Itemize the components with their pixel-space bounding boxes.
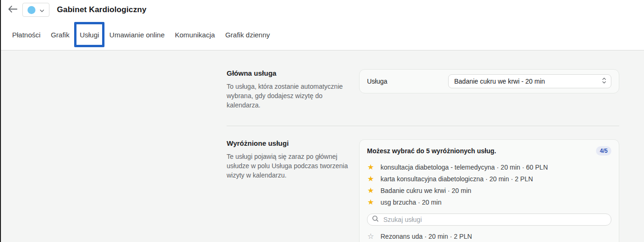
featured-service-item: konsultacja diabetologa - telemedycyna ·…	[367, 161, 611, 173]
main-service-card: Usługa Badanie cukru we krwi - 20 min	[359, 69, 619, 93]
featured-service-label: karta konsultacyjna diabetologiczna · 20…	[381, 175, 533, 183]
star-filled-icon[interactable]	[367, 199, 374, 206]
main-service-select-value: Badanie cukru we krwi - 20 min	[454, 78, 545, 85]
tab-platnosci[interactable]: Płatności	[12, 30, 41, 40]
available-service-item: Rezonans uda · 20 min · 2 PLN	[367, 230, 611, 242]
arrow-left-icon	[8, 6, 17, 14]
featured-service-label: usg brzucha · 20 min	[381, 199, 442, 206]
featured-service-label: Badanie cukru we krwi · 20 min	[381, 187, 471, 194]
featured-services-description: Te usługi pojawią się zaraz po głównej u…	[227, 152, 349, 180]
featured-service-item: karta konsultacyjna diabetologiczna · 20…	[367, 173, 611, 185]
tab-grafik-dzienny[interactable]: Grafik dzienny	[225, 30, 270, 40]
star-filled-icon[interactable]	[367, 164, 374, 171]
section-divider	[227, 126, 619, 126]
tab-uslugi[interactable]: Usługi	[79, 30, 100, 40]
search-icon	[372, 215, 379, 224]
main-service-description: To usługa, która zostanie automatycznie …	[227, 82, 349, 110]
featured-service-item: usg brzucha · 20 min	[367, 196, 611, 208]
chevron-down-icon	[40, 6, 44, 14]
tab-bar: Płatności Grafik Usługi Umawianie online…	[1, 20, 644, 50]
featured-count-badge: 4/5	[596, 146, 611, 156]
service-search-input[interactable]	[382, 215, 606, 224]
back-button[interactable]	[7, 4, 19, 16]
tab-komunikacja[interactable]: Komunikacja	[174, 30, 215, 40]
featured-services-card: Możesz wybrać do 5 wyróżnionych usług. 4…	[359, 139, 619, 242]
main-service-description-block: Główna usługa To usługa, która zostanie …	[227, 69, 349, 110]
page-title: Gabinet Kardiologiczny	[57, 5, 146, 14]
tab-uslugi-label: Usługi	[80, 31, 99, 39]
header: Gabinet Kardiologiczny Płatności Grafik …	[1, 0, 644, 50]
select-stepper-icon	[602, 78, 606, 85]
star-filled-icon[interactable]	[367, 175, 374, 183]
featured-service-item: Badanie cukru we krwi · 20 min	[367, 185, 611, 196]
featured-services-heading: Wyróżnione usługi	[227, 139, 349, 147]
featured-services-description-block: Wyróżnione usługi Te usługi pojawią się …	[227, 139, 349, 180]
app-window: Gabinet Kardiologiczny Płatności Grafik …	[0, 0, 644, 242]
main-service-heading: Główna usługa	[227, 69, 349, 77]
practice-avatar-dropdown[interactable]	[22, 3, 49, 17]
star-filled-icon[interactable]	[367, 187, 374, 194]
featured-limit-text: Możesz wybrać do 5 wyróżnionych usług.	[367, 147, 496, 155]
featured-services-section: Wyróżnione usługi Te usługi pojawią się …	[227, 139, 644, 242]
main-service-section: Główna usługa To usługa, która zostanie …	[227, 69, 644, 110]
avatar	[28, 6, 35, 14]
star-outline-icon[interactable]	[367, 233, 374, 240]
tab-umawianie-online[interactable]: Umawianie online	[109, 30, 165, 40]
main-service-select[interactable]: Badanie cukru we krwi - 20 min	[448, 74, 611, 88]
service-field-label: Usługa	[367, 78, 388, 85]
tab-grafik[interactable]: Grafik	[50, 30, 70, 40]
available-service-label: Rezonans uda · 20 min · 2 PLN	[381, 233, 472, 240]
featured-service-label: konsultacja diabetologa - telemedycyna ·…	[381, 164, 548, 171]
service-search-box	[367, 214, 611, 226]
services-settings-content: Główna usługa To usługa, która zostanie …	[1, 50, 644, 242]
